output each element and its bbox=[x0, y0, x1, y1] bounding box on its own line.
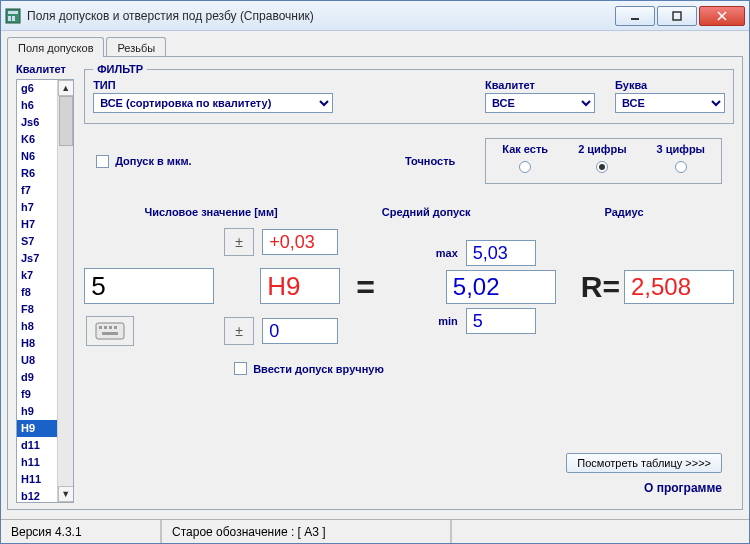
list-item[interactable]: H7 bbox=[17, 216, 57, 233]
min-value: 5 bbox=[466, 308, 536, 334]
min-label: min bbox=[426, 315, 458, 327]
list-item[interactable]: k7 bbox=[17, 267, 57, 284]
titlebar: Поля допусков и отверстия под резбу (Спр… bbox=[1, 1, 749, 31]
keyboard-button[interactable] bbox=[86, 316, 134, 346]
svg-rect-2 bbox=[8, 16, 11, 21]
filter-type-select[interactable]: ВСЕ (сортировка по квалитету) bbox=[93, 93, 333, 113]
status-desc: Старое обозначение : [ A3 ] bbox=[161, 520, 451, 543]
list-item[interactable]: H11 bbox=[17, 471, 57, 488]
list-item[interactable]: d9 bbox=[17, 369, 57, 386]
precision-asis[interactable]: Как есть bbox=[502, 143, 548, 173]
precision-3digits[interactable]: 3 цифры bbox=[657, 143, 705, 173]
svg-rect-12 bbox=[114, 326, 117, 329]
svg-rect-13 bbox=[102, 332, 118, 335]
list-item[interactable]: d11 bbox=[17, 437, 57, 454]
list-item[interactable]: K6 bbox=[17, 131, 57, 148]
list-item[interactable]: S7 bbox=[17, 233, 57, 250]
radius-value: 2,508 bbox=[624, 270, 734, 304]
list-item[interactable]: h11 bbox=[17, 454, 57, 471]
list-item[interactable]: U8 bbox=[17, 352, 57, 369]
list-item[interactable]: N6 bbox=[17, 148, 57, 165]
max-value: 5,03 bbox=[466, 240, 536, 266]
filter-letter-select[interactable]: ВСЕ bbox=[615, 93, 725, 113]
max-label: max bbox=[426, 247, 458, 259]
svg-rect-11 bbox=[109, 326, 112, 329]
tab-tolerances[interactable]: Поля допусков bbox=[7, 37, 104, 57]
values-area: ± +0,03 5 H9 bbox=[84, 228, 734, 346]
radio-icon bbox=[675, 161, 687, 173]
avg-value: 5,02 bbox=[446, 270, 556, 304]
filter-type-label: ТИП bbox=[93, 79, 465, 91]
list-item[interactable]: f8 bbox=[17, 284, 57, 301]
header-radius: Радиус bbox=[516, 206, 732, 218]
list-item[interactable]: b12 bbox=[17, 488, 57, 502]
scrollbar[interactable]: ▲ ▼ bbox=[57, 80, 73, 502]
window-controls bbox=[613, 6, 745, 26]
svg-rect-8 bbox=[96, 323, 124, 339]
list-item[interactable]: F8 bbox=[17, 301, 57, 318]
tab-threads[interactable]: Резьбы bbox=[106, 37, 166, 57]
tabbar: Поля допусков Резьбы bbox=[7, 37, 743, 57]
scroll-up-button[interactable]: ▲ bbox=[58, 80, 74, 96]
lower-plusminus-button[interactable]: ± bbox=[224, 317, 254, 345]
filter-kval-select[interactable]: ВСЕ bbox=[485, 93, 595, 113]
filter-legend: ФИЛЬТР bbox=[93, 63, 147, 75]
list-item[interactable]: h7 bbox=[17, 199, 57, 216]
window-title: Поля допусков и отверстия под резбу (Спр… bbox=[27, 9, 613, 23]
svg-rect-1 bbox=[8, 11, 18, 14]
maximize-button[interactable] bbox=[657, 6, 697, 26]
svg-rect-9 bbox=[99, 326, 102, 329]
precision-group: Как есть 2 цифры 3 цифры bbox=[485, 138, 722, 184]
checkbox-icon bbox=[96, 155, 109, 168]
kvalitet-header: Квалитет bbox=[16, 63, 74, 75]
svg-rect-10 bbox=[104, 326, 107, 329]
view-table-button[interactable]: Посмотреть таблицу >>>> bbox=[566, 453, 722, 473]
list-item[interactable]: h9 bbox=[17, 403, 57, 420]
filter-letter-label: Буква bbox=[615, 79, 725, 91]
upper-tolerance[interactable]: +0,03 bbox=[262, 229, 338, 255]
client-area: Поля допусков Резьбы Квалитет g6h6Js6K6N… bbox=[1, 31, 749, 519]
tol-mkm-checkbox[interactable]: Допуск в мкм. bbox=[96, 155, 192, 168]
list-item[interactable]: f9 bbox=[17, 386, 57, 403]
svg-rect-5 bbox=[673, 12, 681, 20]
upper-plusminus-button[interactable]: ± bbox=[224, 228, 254, 256]
status-version: Версия 4.3.1 bbox=[1, 520, 161, 543]
radius-prefix: R= bbox=[581, 270, 620, 304]
nominal-input[interactable]: 5 bbox=[84, 268, 214, 304]
about-link[interactable]: О программе bbox=[644, 481, 722, 495]
list-item[interactable]: Js6 bbox=[17, 114, 57, 131]
list-item[interactable]: f7 bbox=[17, 182, 57, 199]
list-item[interactable]: h6 bbox=[17, 97, 57, 114]
checkbox-icon bbox=[234, 362, 247, 375]
minimize-button[interactable] bbox=[615, 6, 655, 26]
header-avg: Средний допуск bbox=[336, 206, 516, 218]
filter-group: ФИЛЬТР ТИП ВСЕ (сортировка по квалитету)… bbox=[84, 63, 734, 124]
statusbar: Версия 4.3.1 Старое обозначение : [ A3 ] bbox=[1, 519, 749, 543]
manual-tolerance-checkbox[interactable]: Ввести допуск вручную bbox=[234, 362, 384, 375]
scroll-thumb[interactable] bbox=[59, 96, 73, 146]
equals-sign: = bbox=[350, 269, 381, 306]
tol-mkm-label: Допуск в мкм. bbox=[115, 155, 192, 167]
manual-tolerance-label: Ввести допуск вручную bbox=[253, 363, 384, 375]
precision-2digits[interactable]: 2 цифры bbox=[578, 143, 626, 173]
app-window: Поля допусков и отверстия под резбу (Спр… bbox=[0, 0, 750, 544]
list-item[interactable]: h8 bbox=[17, 318, 57, 335]
lower-tolerance[interactable]: 0 bbox=[262, 318, 338, 344]
svg-rect-3 bbox=[12, 16, 15, 21]
list-item[interactable]: Js7 bbox=[17, 250, 57, 267]
status-pad bbox=[451, 520, 749, 543]
kvalitet-listbox[interactable]: g6h6Js6K6N6R6f7h7H7S7Js7k7f8F8h8H8U8d9f9… bbox=[16, 79, 74, 503]
list-item[interactable]: H8 bbox=[17, 335, 57, 352]
list-item[interactable]: g6 bbox=[17, 80, 57, 97]
header-numeric: Числовое значение [мм] bbox=[86, 206, 336, 218]
list-item[interactable]: H9 bbox=[17, 420, 57, 437]
radio-icon bbox=[596, 161, 608, 173]
main-column: ФИЛЬТР ТИП ВСЕ (сортировка по квалитету)… bbox=[84, 63, 734, 503]
close-button[interactable] bbox=[699, 6, 745, 26]
scroll-down-button[interactable]: ▼ bbox=[58, 486, 74, 502]
radio-icon bbox=[519, 161, 531, 173]
list-item[interactable]: R6 bbox=[17, 165, 57, 182]
precision-label: Точность bbox=[405, 155, 455, 167]
keyboard-icon bbox=[95, 322, 125, 340]
kvalitet-column: Квалитет g6h6Js6K6N6R6f7h7H7S7Js7k7f8F8h… bbox=[16, 63, 74, 503]
